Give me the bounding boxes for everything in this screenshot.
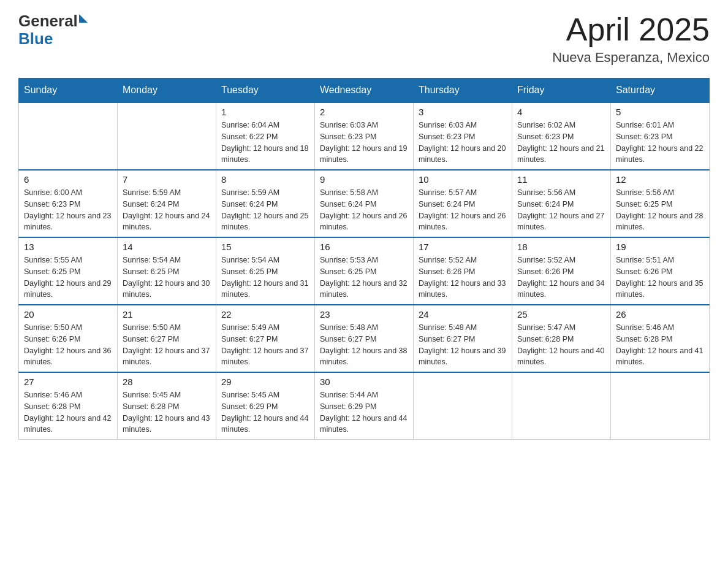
- day-info: Sunrise: 6:00 AMSunset: 6:23 PMDaylight:…: [24, 187, 112, 233]
- calendar-week-row: 20Sunrise: 5:50 AMSunset: 6:26 PMDayligh…: [19, 305, 710, 372]
- calendar-cell: [19, 102, 118, 170]
- calendar-cell: 7Sunrise: 5:59 AMSunset: 6:24 PMDaylight…: [118, 170, 216, 237]
- calendar-cell: 20Sunrise: 5:50 AMSunset: 6:26 PMDayligh…: [19, 305, 118, 372]
- calendar-cell: 28Sunrise: 5:45 AMSunset: 6:28 PMDayligh…: [118, 372, 216, 440]
- day-number: 17: [419, 242, 507, 252]
- page-header: General Blue April 2025 Nueva Esperanza,…: [18, 12, 710, 66]
- day-number: 22: [221, 309, 309, 320]
- day-info: Sunrise: 5:59 AMSunset: 6:24 PMDaylight:…: [221, 187, 309, 233]
- day-number: 21: [123, 309, 211, 320]
- calendar-cell: 9Sunrise: 5:58 AMSunset: 6:24 PMDaylight…: [315, 170, 414, 237]
- calendar-cell: 12Sunrise: 5:56 AMSunset: 6:25 PMDayligh…: [611, 170, 710, 237]
- day-number: 10: [419, 174, 507, 185]
- page-title: April 2025: [552, 12, 710, 47]
- day-number: 11: [517, 174, 605, 185]
- calendar-header-row: SundayMondayTuesdayWednesdayThursdayFrid…: [19, 79, 710, 103]
- calendar-week-row: 1Sunrise: 6:04 AMSunset: 6:22 PMDaylight…: [19, 102, 710, 170]
- day-number: 26: [616, 309, 704, 320]
- day-info: Sunrise: 5:52 AMSunset: 6:26 PMDaylight:…: [517, 255, 605, 301]
- calendar-cell: 21Sunrise: 5:50 AMSunset: 6:27 PMDayligh…: [118, 305, 216, 372]
- day-info: Sunrise: 5:53 AMSunset: 6:25 PMDaylight:…: [320, 255, 408, 301]
- calendar-cell: [118, 102, 216, 170]
- day-number: 7: [123, 174, 211, 185]
- day-number: 16: [320, 242, 408, 252]
- logo-triangle-icon: [79, 14, 88, 23]
- calendar-cell: 2Sunrise: 6:03 AMSunset: 6:23 PMDaylight…: [315, 102, 414, 170]
- day-info: Sunrise: 5:47 AMSunset: 6:28 PMDaylight:…: [517, 322, 605, 368]
- page-subtitle: Nueva Esperanza, Mexico: [552, 50, 710, 66]
- calendar-header-monday: Monday: [118, 79, 216, 103]
- day-info: Sunrise: 6:03 AMSunset: 6:23 PMDaylight:…: [419, 120, 507, 166]
- day-number: 23: [320, 309, 408, 320]
- calendar-cell: 10Sunrise: 5:57 AMSunset: 6:24 PMDayligh…: [414, 170, 512, 237]
- day-info: Sunrise: 5:59 AMSunset: 6:24 PMDaylight:…: [123, 187, 211, 233]
- calendar-cell: 27Sunrise: 5:46 AMSunset: 6:28 PMDayligh…: [19, 372, 118, 440]
- day-number: 3: [419, 107, 507, 117]
- calendar-cell: [414, 372, 512, 440]
- day-info: Sunrise: 5:56 AMSunset: 6:24 PMDaylight:…: [517, 187, 605, 233]
- day-info: Sunrise: 5:55 AMSunset: 6:25 PMDaylight:…: [24, 255, 112, 301]
- day-info: Sunrise: 5:54 AMSunset: 6:25 PMDaylight:…: [123, 255, 211, 301]
- calendar-week-row: 27Sunrise: 5:46 AMSunset: 6:28 PMDayligh…: [19, 372, 710, 440]
- logo: General Blue: [18, 12, 88, 47]
- day-info: Sunrise: 5:51 AMSunset: 6:26 PMDaylight:…: [616, 255, 704, 301]
- calendar-cell: 29Sunrise: 5:45 AMSunset: 6:29 PMDayligh…: [216, 372, 315, 440]
- day-number: 12: [616, 174, 704, 185]
- day-number: 6: [24, 174, 112, 185]
- day-number: 19: [616, 242, 704, 252]
- day-info: Sunrise: 5:45 AMSunset: 6:28 PMDaylight:…: [123, 389, 211, 435]
- calendar-header-thursday: Thursday: [414, 79, 512, 103]
- calendar-week-row: 13Sunrise: 5:55 AMSunset: 6:25 PMDayligh…: [19, 237, 710, 305]
- day-number: 30: [320, 377, 408, 387]
- calendar-cell: 24Sunrise: 5:48 AMSunset: 6:27 PMDayligh…: [414, 305, 512, 372]
- day-info: Sunrise: 5:48 AMSunset: 6:27 PMDaylight:…: [419, 322, 507, 368]
- day-number: 1: [221, 107, 309, 117]
- calendar-header-wednesday: Wednesday: [315, 79, 414, 103]
- calendar-cell: [512, 372, 611, 440]
- calendar-header-saturday: Saturday: [611, 79, 710, 103]
- calendar-cell: 11Sunrise: 5:56 AMSunset: 6:24 PMDayligh…: [512, 170, 611, 237]
- day-number: 28: [123, 377, 211, 387]
- day-info: Sunrise: 6:04 AMSunset: 6:22 PMDaylight:…: [221, 120, 309, 166]
- day-info: Sunrise: 5:49 AMSunset: 6:27 PMDaylight:…: [221, 322, 309, 368]
- day-number: 8: [221, 174, 309, 185]
- day-info: Sunrise: 6:01 AMSunset: 6:23 PMDaylight:…: [616, 120, 704, 166]
- calendar-cell: 19Sunrise: 5:51 AMSunset: 6:26 PMDayligh…: [611, 237, 710, 305]
- calendar-cell: [611, 372, 710, 440]
- day-number: 13: [24, 242, 112, 252]
- calendar-cell: 1Sunrise: 6:04 AMSunset: 6:22 PMDaylight…: [216, 102, 315, 170]
- calendar-header-sunday: Sunday: [19, 79, 118, 103]
- day-info: Sunrise: 5:52 AMSunset: 6:26 PMDaylight:…: [419, 255, 507, 301]
- day-info: Sunrise: 5:50 AMSunset: 6:27 PMDaylight:…: [123, 322, 211, 368]
- day-number: 15: [221, 242, 309, 252]
- calendar-cell: 6Sunrise: 6:00 AMSunset: 6:23 PMDaylight…: [19, 170, 118, 237]
- day-number: 25: [517, 309, 605, 320]
- logo-general: General: [18, 12, 78, 30]
- calendar-table: SundayMondayTuesdayWednesdayThursdayFrid…: [18, 78, 710, 440]
- day-info: Sunrise: 6:03 AMSunset: 6:23 PMDaylight:…: [320, 120, 408, 166]
- day-info: Sunrise: 5:54 AMSunset: 6:25 PMDaylight:…: [221, 255, 309, 301]
- day-number: 5: [616, 107, 704, 117]
- day-info: Sunrise: 5:45 AMSunset: 6:29 PMDaylight:…: [221, 389, 309, 435]
- calendar-cell: 30Sunrise: 5:44 AMSunset: 6:29 PMDayligh…: [315, 372, 414, 440]
- calendar-cell: 8Sunrise: 5:59 AMSunset: 6:24 PMDaylight…: [216, 170, 315, 237]
- day-info: Sunrise: 5:58 AMSunset: 6:24 PMDaylight:…: [320, 187, 408, 233]
- calendar-cell: 16Sunrise: 5:53 AMSunset: 6:25 PMDayligh…: [315, 237, 414, 305]
- calendar-header-friday: Friday: [512, 79, 611, 103]
- calendar-cell: 5Sunrise: 6:01 AMSunset: 6:23 PMDaylight…: [611, 102, 710, 170]
- calendar-cell: 13Sunrise: 5:55 AMSunset: 6:25 PMDayligh…: [19, 237, 118, 305]
- day-info: Sunrise: 5:44 AMSunset: 6:29 PMDaylight:…: [320, 389, 408, 435]
- day-number: 14: [123, 242, 211, 252]
- calendar-cell: 26Sunrise: 5:46 AMSunset: 6:28 PMDayligh…: [611, 305, 710, 372]
- day-number: 4: [517, 107, 605, 117]
- calendar-cell: 4Sunrise: 6:02 AMSunset: 6:23 PMDaylight…: [512, 102, 611, 170]
- day-number: 29: [221, 377, 309, 387]
- calendar-cell: 3Sunrise: 6:03 AMSunset: 6:23 PMDaylight…: [414, 102, 512, 170]
- calendar-cell: 23Sunrise: 5:48 AMSunset: 6:27 PMDayligh…: [315, 305, 414, 372]
- day-info: Sunrise: 5:46 AMSunset: 6:28 PMDaylight:…: [616, 322, 704, 368]
- day-number: 20: [24, 309, 112, 320]
- logo-blue: Blue: [18, 30, 88, 48]
- day-number: 27: [24, 377, 112, 387]
- calendar-cell: 18Sunrise: 5:52 AMSunset: 6:26 PMDayligh…: [512, 237, 611, 305]
- calendar-week-row: 6Sunrise: 6:00 AMSunset: 6:23 PMDaylight…: [19, 170, 710, 237]
